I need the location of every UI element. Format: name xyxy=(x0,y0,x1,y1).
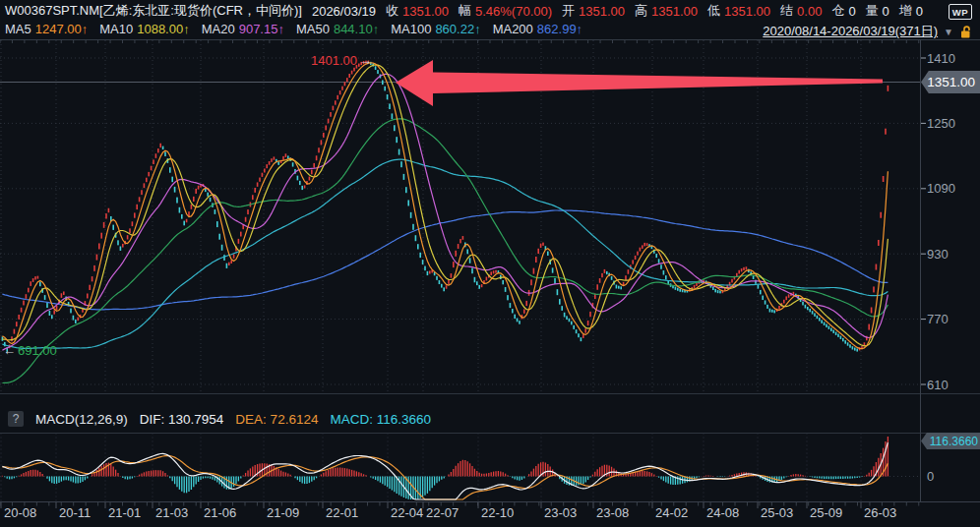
peak-value: 1401.00 xyxy=(311,53,357,68)
right-arrow-icon: → xyxy=(359,53,372,68)
low-value: 691.00 xyxy=(18,343,57,358)
left-arrow-icon: ← xyxy=(3,343,16,358)
x-axis-label: 25-09 xyxy=(810,505,842,520)
quote-volume: 量0 xyxy=(866,2,889,20)
macd-header: ? MACD(12,26,9) DIF: 130.7954 DEA: 72.61… xyxy=(8,411,431,427)
chevron-down-icon[interactable]: ▼ xyxy=(944,27,953,37)
x-axis-label: 25-03 xyxy=(761,505,793,520)
quote-openinterest: 仓0 xyxy=(831,2,855,20)
x-axis-label: 21-09 xyxy=(267,505,299,520)
quote-change: 幅5.46%(70.00) xyxy=(459,2,552,20)
x-axis-label: 24-02 xyxy=(655,505,688,520)
quote-bar: W00367SPT.NM[乙烯:东北亚:现货价(CFR，中间价)] 2026/0… xyxy=(5,2,923,20)
ma10-legend: MA101088.00↑ xyxy=(99,22,189,36)
ma5-legend: MA51247.00↑ xyxy=(5,22,88,36)
low-annotation: ← 691.00 xyxy=(3,343,57,358)
instrument-title: W00367SPT.NM[乙烯:东北亚:现货价(CFR，中间价)] xyxy=(5,2,302,20)
x-axis-label: 21-06 xyxy=(204,505,236,520)
price-chart[interactable] xyxy=(0,0,980,527)
help-icon[interactable]: ? xyxy=(8,411,24,427)
wp-badge-icon[interactable]: WP xyxy=(949,4,972,20)
x-axis-label: 24-08 xyxy=(706,505,739,520)
unlock-icon[interactable] xyxy=(959,25,972,38)
ma-legend: MA51247.00↑ MA101088.00↑ MA20907.15↑ MA5… xyxy=(5,22,582,36)
y-axis-label: 1090 xyxy=(927,181,955,196)
x-axis-label: 22-10 xyxy=(481,505,514,520)
quote-high: 高1351.00 xyxy=(635,2,698,20)
peak-annotation: 1401.00 → xyxy=(311,53,372,68)
y-axis-label: 1410 xyxy=(927,51,955,66)
x-axis-label: 21-03 xyxy=(155,505,188,520)
x-axis-label: 23-08 xyxy=(596,505,629,520)
macd-title: MACD(12,26,9) xyxy=(35,412,128,427)
y-axis-label: 770 xyxy=(927,312,949,326)
x-axis-label: 22-01 xyxy=(326,505,358,520)
ma200-legend: MA200862.99↑ xyxy=(493,22,582,36)
ma100-legend: MA100860.22↑ xyxy=(391,22,480,36)
date-range-selector[interactable]: 2020/08/14-2026/03/19(371日) ▼ xyxy=(763,23,972,40)
ma20-legend: MA20907.15↑ xyxy=(202,22,284,36)
y-axis-label: 610 xyxy=(927,378,949,392)
quote-date: 2026/03/19 xyxy=(312,4,376,19)
dif-value: DIF: 130.7954 xyxy=(140,412,224,427)
quote-oi-change: 增0 xyxy=(899,2,923,20)
quote-close: 收1351.00 xyxy=(386,2,449,20)
quote-settle: 结0.00 xyxy=(780,2,822,20)
macd-value-tag: 116.3660 xyxy=(921,433,980,449)
quote-low: 低1351.00 xyxy=(707,2,770,20)
quote-chart-window: W00367SPT.NM[乙烯:东北亚:现货价(CFR，中间价)] 2026/0… xyxy=(0,0,980,527)
x-axis-label: 23-03 xyxy=(544,505,577,520)
date-range-text[interactable]: 2020/08/14-2026/03/19(371日) xyxy=(763,23,938,40)
x-axis-label: 21-01 xyxy=(108,505,141,520)
ma50-legend: MA50844.10↑ xyxy=(296,22,379,36)
x-axis-label: 26-03 xyxy=(864,505,896,520)
macd-value: MACD: 116.3660 xyxy=(330,412,431,427)
dea-value: DEA: 72.6124 xyxy=(235,412,318,427)
x-axis-label: 22-04 xyxy=(391,505,423,520)
x-axis-label: 20-08 xyxy=(4,505,36,520)
macd-zero-label: 0 xyxy=(927,469,934,484)
y-axis-label: 1250 xyxy=(927,116,955,131)
quote-open: 开1351.00 xyxy=(562,2,625,20)
current-price-tag: 1351.00 xyxy=(921,71,980,93)
x-axis-label: 20-11 xyxy=(59,505,91,520)
y-axis-label: 930 xyxy=(927,247,949,262)
x-axis-label: 22-07 xyxy=(426,505,459,520)
